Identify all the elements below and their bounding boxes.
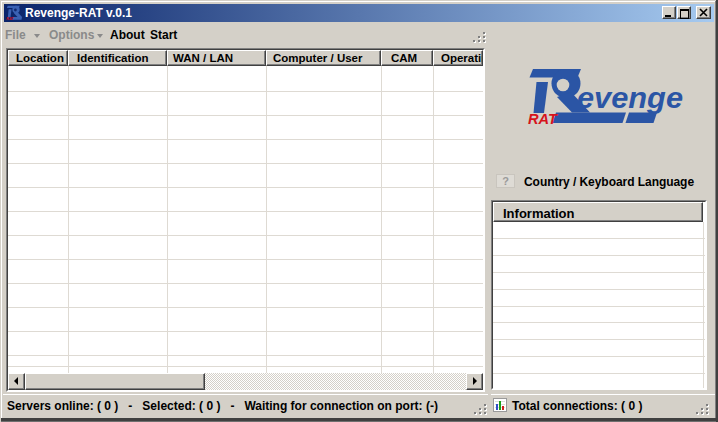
- svg-text:evenge: evenge: [577, 81, 683, 114]
- svg-text:RAT: RAT: [528, 110, 559, 127]
- svg-text:RAT: RAT: [6, 17, 14, 21]
